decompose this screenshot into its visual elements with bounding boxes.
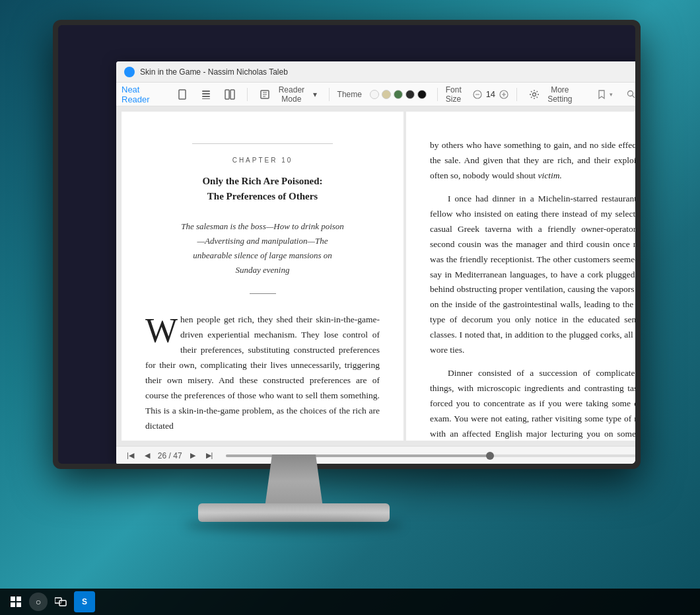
- store-icon[interactable]: S: [74, 591, 95, 612]
- page-current: 26 / 47: [158, 451, 182, 460]
- drop-cap-letter: W: [145, 318, 178, 344]
- left-page: CHAPTER 10 Only the Rich Are Poisoned:Th…: [122, 112, 403, 441]
- chapter-subtitle: The salesman is the boss—How to drink po…: [145, 219, 380, 277]
- monitor-shell: Skin in the Game - Nassim Nicholas Taleb…: [53, 20, 641, 469]
- font-size-value: 14: [485, 89, 497, 99]
- start-button[interactable]: [5, 591, 26, 612]
- svg-rect-24: [59, 600, 66, 606]
- theme-circles: [370, 90, 427, 99]
- cortana-button[interactable]: ○: [29, 593, 48, 611]
- window-title: Skin in the Game - Nassim Nicholas Taleb: [140, 67, 635, 77]
- svg-rect-21: [11, 602, 15, 607]
- short-divider: [250, 293, 276, 294]
- progress-fill: [226, 454, 490, 457]
- content-area: CHAPTER 10 Only the Rich Are Poisoned:Th…: [116, 106, 635, 446]
- svg-rect-1: [202, 90, 210, 92]
- taskview-button[interactable]: [50, 591, 71, 612]
- more-settings-button[interactable]: More Setting: [525, 83, 582, 106]
- left-para-1: When people get rich, they shed their sk…: [145, 312, 380, 434]
- more-settings-label: More Setting: [542, 85, 578, 104]
- progress-thumb[interactable]: [486, 452, 494, 460]
- toolbar: Neat Reader: [116, 83, 635, 106]
- separator-2: [329, 88, 330, 101]
- right-para-2: I once had dinner in a Michelin-starred …: [430, 192, 635, 358]
- last-page-button[interactable]: ▶|: [203, 450, 216, 461]
- single-page-icon: [177, 89, 188, 100]
- svg-point-17: [628, 90, 633, 96]
- right-para-1: by others who have something to gain, an…: [430, 138, 635, 184]
- prev-page-button[interactable]: ◀: [142, 450, 153, 461]
- title-bar: Skin in the Game - Nassim Nicholas Taleb…: [116, 61, 635, 83]
- gear-icon: [529, 89, 540, 100]
- separator-1: [247, 88, 248, 101]
- status-bar: |◀ ◀ 26 / 47 ▶ ▶| 61%: [116, 446, 635, 464]
- svg-rect-3: [202, 96, 210, 97]
- reader-mode-button[interactable]: Reader Mode ▾: [256, 83, 321, 106]
- svg-rect-6: [230, 90, 234, 99]
- font-increase-icon[interactable]: [499, 89, 508, 100]
- right-page: by others who have something to gain, an…: [406, 112, 635, 441]
- right-para-3: Dinner consisted of a succession of comp…: [430, 366, 635, 441]
- svg-rect-4: [202, 98, 210, 99]
- svg-rect-22: [17, 602, 21, 607]
- svg-point-16: [532, 92, 536, 96]
- next-page-button[interactable]: ▶: [188, 450, 198, 461]
- separator-4: [516, 88, 517, 101]
- svg-rect-20: [17, 597, 21, 601]
- svg-rect-2: [202, 93, 210, 94]
- bookmark-icon: [596, 89, 607, 100]
- reader-mode-arrow: ▾: [313, 90, 317, 99]
- chapter-header: CHAPTER 10 Only the Rich Are Poisoned:Th…: [145, 143, 380, 203]
- theme-light[interactable]: [370, 90, 379, 99]
- theme-black[interactable]: [417, 90, 427, 99]
- font-size-label: Font Size: [446, 85, 470, 104]
- bookmark-arrow: ▾: [610, 91, 613, 98]
- svg-rect-19: [11, 597, 15, 601]
- top-divider: [192, 143, 333, 144]
- svg-line-18: [633, 95, 635, 98]
- chapter-label: CHAPTER 10: [145, 155, 380, 166]
- app-window: Skin in the Game - Nassim Nicholas Taleb…: [116, 61, 635, 464]
- first-page-button[interactable]: |◀: [124, 450, 137, 461]
- brand-label[interactable]: Neat Reader: [122, 85, 162, 104]
- font-decrease-icon[interactable]: [473, 89, 482, 100]
- bookmark-button[interactable]: ▾: [592, 87, 617, 102]
- theme-sepia[interactable]: [382, 90, 391, 99]
- layout-double-button[interactable]: [221, 87, 239, 102]
- separator-3: [437, 88, 438, 101]
- svg-rect-0: [179, 90, 186, 99]
- theme-dark[interactable]: [405, 90, 415, 99]
- book-pages: CHAPTER 10 Only the Rich Are Poisoned:Th…: [116, 106, 635, 446]
- monitor-stand-shadow: [185, 519, 403, 532]
- double-page-icon: [225, 89, 235, 100]
- theme-label: Theme: [337, 90, 362, 99]
- theme-green[interactable]: [394, 90, 403, 99]
- reader-mode-label: Reader Mode: [273, 85, 310, 104]
- reader-mode-icon: [260, 89, 270, 100]
- list-icon: [201, 89, 211, 100]
- taskbar: ○ S: [0, 589, 700, 615]
- layout-list-button[interactable]: [197, 87, 215, 102]
- font-size-control: Font Size 14: [446, 85, 508, 104]
- layout-single-button[interactable]: [173, 87, 192, 102]
- chapter-title: Only the Rich Are Poisoned:The Preferenc…: [145, 174, 380, 203]
- search-button[interactable]: [622, 87, 635, 102]
- monitor-screen: Skin in the Game - Nassim Nicholas Taleb…: [58, 25, 635, 464]
- svg-rect-5: [225, 90, 229, 99]
- search-icon: [626, 89, 635, 100]
- app-icon: [124, 67, 135, 77]
